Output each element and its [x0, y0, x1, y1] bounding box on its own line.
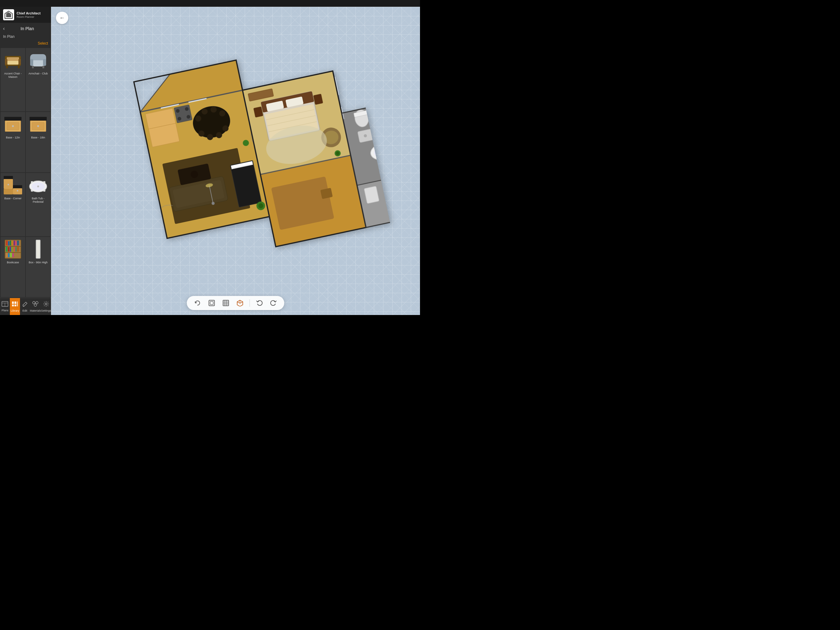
tab-library-label: Library — [11, 309, 19, 312]
svg-rect-68 — [14, 301, 16, 304]
svg-rect-48 — [15, 241, 17, 245]
select-button[interactable]: Select — [38, 41, 48, 46]
items-grid: Accent Chair - Maison — [0, 47, 51, 298]
item-bath-tub[interactable]: Bath Tub - Pedestal — [26, 173, 51, 236]
item-armchair-club[interactable]: Armchair - Club — [26, 48, 51, 111]
top-bar — [0, 0, 420, 7]
svg-point-76 — [45, 303, 47, 305]
svg-rect-26 — [4, 176, 13, 179]
svg-rect-154 — [223, 300, 229, 306]
svg-rect-61 — [36, 240, 40, 258]
bookcase-label: Bookcase — [7, 261, 19, 264]
svg-rect-58 — [8, 253, 9, 257]
svg-rect-12 — [30, 59, 33, 66]
base-18-label: Base - 18in — [31, 136, 45, 139]
back-button[interactable]: ← — [56, 12, 68, 24]
svg-point-38 — [31, 181, 33, 183]
redo-icon — [270, 300, 277, 306]
undo-icon — [256, 300, 263, 306]
bottom-toolbar — [187, 296, 284, 310]
svg-rect-30 — [4, 189, 13, 195]
svg-line-162 — [237, 302, 240, 303]
bookcase-thumbnail — [2, 239, 24, 260]
svg-point-73 — [33, 301, 35, 304]
svg-rect-57 — [6, 253, 8, 257]
back-button-arrow: ← — [59, 15, 65, 21]
tab-edit[interactable]: Edit — [20, 298, 30, 315]
box-96-icon — [28, 239, 49, 260]
accent-chair-icon — [2, 50, 24, 71]
svg-rect-45 — [10, 241, 11, 245]
tab-edit-label: Edit — [22, 309, 27, 312]
in-plan-label: In Plan — [0, 33, 51, 41]
redo-button[interactable] — [269, 298, 278, 308]
item-base-18[interactable]: Base - 18in — [26, 112, 51, 172]
item-base-corner[interactable]: Base - Corner — [1, 173, 25, 236]
plans-svg — [2, 301, 8, 307]
library-icon — [11, 301, 18, 309]
svg-rect-16 — [4, 117, 22, 120]
svg-rect-50 — [6, 247, 7, 252]
armchair-icon — [28, 50, 49, 71]
svg-point-36 — [31, 190, 33, 192]
rotate-button[interactable] — [193, 298, 202, 308]
app-subtitle: Room Planner — [17, 15, 41, 19]
tab-plans[interactable]: Plans — [0, 298, 10, 315]
svg-rect-53 — [11, 247, 13, 252]
plans-icon — [2, 301, 8, 308]
svg-point-25 — [37, 125, 39, 127]
tab-library[interactable]: Library — [10, 298, 20, 315]
tab-materials[interactable]: Materials — [30, 298, 41, 315]
bath-tub-icon — [28, 175, 49, 196]
main-area: Chief Architect Room Planner ‹ In Plan I… — [0, 7, 420, 315]
item-bookcase[interactable]: Bookcase — [1, 237, 25, 297]
svg-rect-7 — [18, 65, 20, 68]
floorplan-display[interactable] — [51, 7, 420, 315]
armchair-thumbnail — [28, 50, 49, 71]
svg-rect-60 — [12, 253, 14, 257]
grid-button[interactable] — [221, 298, 231, 308]
toolbar-divider — [249, 299, 250, 307]
svg-line-161 — [240, 302, 243, 303]
select-row: Select — [0, 41, 51, 47]
app-title-block: Chief Architect Room Planner — [17, 11, 41, 19]
tab-settings[interactable]: Settings — [41, 298, 51, 315]
plan-area: ← — [51, 7, 420, 315]
base-corner-thumbnail — [2, 175, 24, 196]
base-18-thumbnail — [28, 114, 49, 135]
section-nav: ‹ In Plan — [0, 23, 51, 33]
svg-rect-8 — [5, 59, 7, 65]
svg-point-37 — [43, 190, 46, 192]
svg-rect-59 — [10, 253, 12, 257]
item-accent-chair[interactable]: Accent Chair - Maison — [1, 48, 25, 111]
svg-point-32 — [17, 190, 19, 192]
svg-rect-55 — [15, 247, 17, 252]
edit-svg — [22, 301, 28, 307]
item-base-12[interactable]: Base - 12in — [1, 112, 25, 172]
accent-chair-thumbnail — [2, 50, 24, 71]
svg-rect-42 — [5, 252, 21, 253]
section-heading: In Plan — [6, 26, 48, 31]
base-18-icon — [28, 114, 49, 135]
settings-icon — [43, 301, 49, 309]
app-logo — [3, 9, 14, 20]
svg-rect-28 — [13, 185, 22, 188]
frame-button[interactable] — [207, 298, 216, 308]
edit-icon — [22, 301, 28, 309]
base-12-icon — [2, 114, 24, 135]
svg-rect-21 — [30, 117, 47, 120]
svg-rect-43 — [6, 241, 8, 245]
floorplan-svg — [76, 18, 395, 304]
svg-rect-11 — [32, 60, 45, 66]
back-arrow[interactable]: ‹ — [3, 26, 5, 32]
item-box-96[interactable]: Box - 96in High — [26, 237, 51, 297]
svg-rect-44 — [8, 241, 9, 245]
accent-chair-label: Accent Chair - Maison — [2, 72, 24, 79]
svg-rect-5 — [7, 61, 19, 65]
base-12-thumbnail — [2, 114, 24, 135]
svg-rect-14 — [32, 66, 34, 68]
3d-button[interactable] — [235, 298, 245, 308]
svg-rect-47 — [14, 241, 15, 245]
undo-button[interactable] — [255, 298, 264, 308]
tab-plans-label: Plans — [2, 309, 9, 312]
